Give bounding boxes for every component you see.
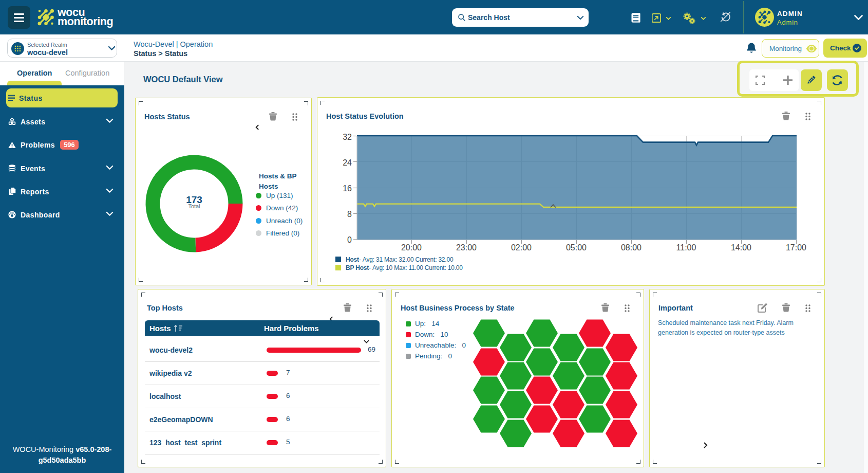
svg-text:8: 8 [347, 210, 352, 219]
svg-text:14:00: 14:00 [731, 243, 751, 252]
svg-text:08:00: 08:00 [621, 243, 641, 252]
svg-text:16: 16 [343, 184, 352, 193]
svg-text:24: 24 [343, 158, 352, 167]
svg-text:20:00: 20:00 [401, 243, 422, 252]
svg-text:32: 32 [343, 133, 352, 141]
svg-text:11:00: 11:00 [676, 243, 696, 252]
svg-text:05:00: 05:00 [566, 243, 587, 252]
svg-text:02:00: 02:00 [511, 243, 532, 252]
svg-text:23:00: 23:00 [456, 243, 477, 252]
svg-text:17:00: 17:00 [786, 243, 806, 252]
svg-text:0: 0 [347, 235, 352, 244]
